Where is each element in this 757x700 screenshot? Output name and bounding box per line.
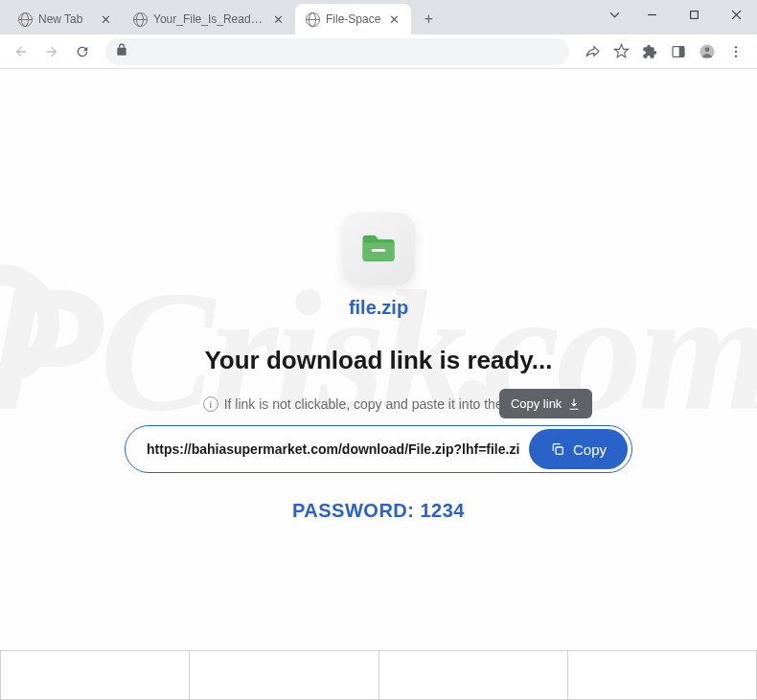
new-tab-button[interactable]: + (415, 6, 442, 33)
browser-tab[interactable]: New Tab ✕ (8, 4, 123, 34)
address-bar[interactable] (105, 38, 569, 65)
bottom-segments (0, 650, 757, 700)
tab-title: File-Space (326, 12, 380, 26)
copy-button-label: Copy (573, 441, 607, 458)
back-button[interactable] (8, 38, 34, 65)
globe-icon (305, 11, 320, 27)
download-link-box: https://bahiasupermarket.com/download/Fi… (125, 425, 632, 473)
window-controls (598, 0, 757, 29)
page-content: PCriskcom file.zip Your download link is… (0, 69, 757, 650)
download-arrow-icon (567, 397, 581, 411)
svg-point-8 (735, 46, 737, 48)
svg-point-7 (705, 47, 710, 52)
svg-rect-5 (679, 46, 684, 56)
info-icon: i (203, 396, 218, 412)
close-icon[interactable]: ✕ (386, 11, 401, 27)
browser-toolbar (0, 34, 757, 69)
svg-rect-12 (556, 447, 562, 454)
tab-title: Your_File_Is_Ready_To_Downl (153, 12, 264, 26)
segment (0, 650, 190, 700)
bookmark-icon[interactable] (608, 38, 634, 65)
tooltip-text: Copy link (511, 396, 562, 411)
filename-label: file.zip (349, 297, 408, 319)
download-url[interactable]: https://bahiasupermarket.com/download/Fi… (147, 441, 519, 457)
share-icon[interactable] (579, 38, 606, 65)
browser-titlebar: New Tab ✕ Your_File_Is_Ready_To_Downl ✕ … (0, 0, 757, 34)
browser-tab-active[interactable]: File-Space ✕ (295, 4, 411, 34)
close-icon[interactable]: ✕ (98, 11, 113, 27)
segment (568, 650, 757, 700)
lock-icon (115, 43, 128, 60)
copy-icon (550, 441, 565, 457)
page-heading: Your download link is ready... (204, 346, 552, 375)
segment (379, 650, 568, 700)
minimize-button[interactable] (631, 0, 673, 29)
profile-icon[interactable] (694, 38, 721, 65)
copy-button[interactable]: Copy (529, 429, 628, 469)
reload-button[interactable] (69, 38, 96, 65)
chevron-down-icon[interactable] (598, 0, 631, 29)
copy-link-tooltip: Copy link (499, 389, 592, 418)
close-icon[interactable]: ✕ (270, 11, 286, 27)
globe-icon (132, 11, 148, 27)
sidepanel-icon[interactable] (665, 38, 692, 65)
tab-title: New Tab (38, 12, 92, 26)
menu-icon[interactable] (723, 38, 749, 65)
password-label: PASSWORD: 1234 (292, 500, 465, 522)
svg-point-9 (735, 50, 737, 52)
browser-tab[interactable]: Your_File_Is_Ready_To_Downl ✕ (123, 4, 295, 34)
maximize-button[interactable] (673, 0, 715, 29)
svg-point-10 (735, 55, 737, 56)
hint-row: i If link is not clickable, copy and pas… (203, 396, 555, 412)
segment (190, 650, 378, 700)
svg-rect-1 (690, 11, 698, 18)
close-button[interactable] (715, 0, 757, 29)
folder-icon (342, 213, 415, 285)
forward-button[interactable] (38, 38, 65, 65)
extensions-icon[interactable] (636, 38, 663, 65)
svg-rect-11 (372, 249, 386, 252)
globe-icon (17, 11, 33, 27)
